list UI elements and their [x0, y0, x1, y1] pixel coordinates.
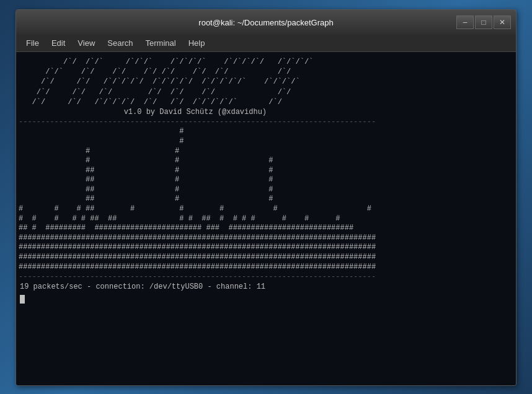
minimize-button[interactable]: –	[456, 15, 474, 29]
maximize-button[interactable]: □	[475, 15, 492, 29]
menu-terminal[interactable]: Terminal	[141, 37, 181, 50]
cursor-line	[19, 295, 513, 305]
menu-view[interactable]: View	[73, 37, 100, 50]
menu-search[interactable]: Search	[102, 37, 138, 50]
separator-bottom: ----------------------------------------…	[19, 272, 513, 282]
window-title: root@kali: ~/Documents/packetGraph	[198, 18, 333, 27]
terminal-content[interactable]: /`/ /`/` /`/`/` /`/`/`/` /`/`/`/`/ /`/`/…	[16, 52, 516, 385]
menu-file[interactable]: File	[21, 37, 44, 50]
terminal-cursor	[20, 295, 25, 304]
status-line: 19 packets/sec - connection: /dev/ttyUSB…	[19, 282, 513, 292]
version-line: v1.0 by David Schütz (@xdavidhu)	[19, 107, 513, 117]
separator-top: ----------------------------------------…	[19, 117, 513, 127]
menu-edit[interactable]: Edit	[47, 37, 70, 50]
terminal-window: root@kali: ~/Documents/packetGraph – □ ✕…	[16, 9, 516, 386]
menu-help[interactable]: Help	[184, 37, 210, 50]
ascii-art: /`/ /`/` /`/`/` /`/`/`/` /`/`/`/`/ /`/`/…	[19, 57, 513, 107]
chart-display: # # # # # # # ## # #	[19, 127, 513, 272]
title-bar: root@kali: ~/Documents/packetGraph – □ ✕	[16, 10, 516, 35]
title-bar-controls: – □ ✕	[456, 15, 511, 29]
close-button[interactable]: ✕	[494, 15, 511, 29]
menu-bar: File Edit View Search Terminal Help	[16, 35, 516, 52]
